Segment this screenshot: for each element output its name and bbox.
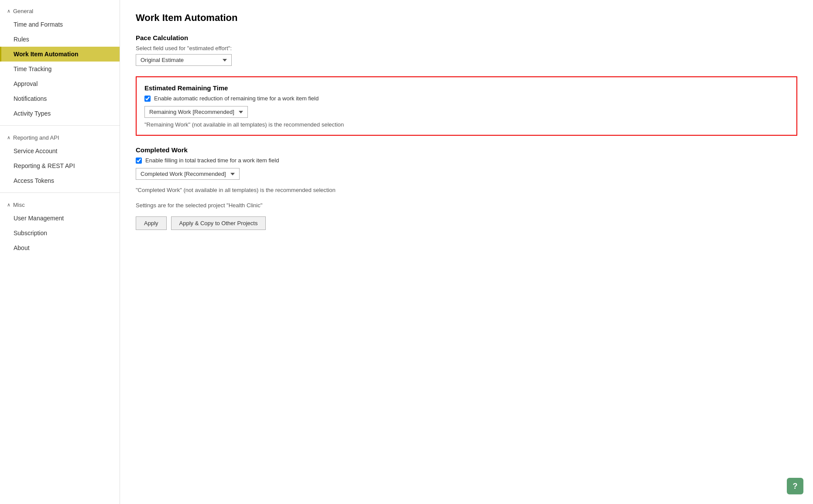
sidebar-item-reporting-rest-api[interactable]: Reporting & REST API	[0, 158, 120, 173]
apply-button[interactable]: Apply	[136, 216, 167, 230]
completed-work-checkbox-row: Enable filling in total tracked time for…	[136, 157, 797, 164]
sidebar-item-time-tracking[interactable]: Time Tracking	[0, 62, 120, 76]
completed-work-title: Completed Work	[136, 146, 797, 154]
sidebar-reporting-label: Reporting and API	[13, 134, 59, 141]
sidebar-item-access-tokens[interactable]: Access Tokens	[0, 173, 120, 188]
pace-calculation-title: Pace Calculation	[136, 34, 797, 41]
page-title: Work Item Automation	[136, 12, 797, 24]
apply-copy-button[interactable]: Apply & Copy to Other Projects	[171, 216, 266, 230]
chevron-up-icon-3: ∧	[7, 202, 10, 208]
chevron-up-icon-2: ∧	[7, 135, 10, 141]
help-icon: ?	[793, 482, 798, 491]
sidebar-item-notifications[interactable]: Notifications	[0, 91, 120, 106]
pace-calculation-label: Select field used for "estimated effort"…	[136, 45, 797, 51]
sidebar-item-activity-types[interactable]: Activity Types	[0, 106, 120, 121]
completed-work-section: Completed Work Enable filling in total t…	[136, 146, 797, 193]
sidebar-general-header: ∧ General	[0, 3, 120, 17]
completed-work-hint: "Completed Work" (not available in all t…	[136, 187, 797, 193]
sidebar-divider-1	[0, 125, 120, 126]
sidebar-item-work-item-automation[interactable]: Work Item Automation	[0, 47, 120, 62]
sidebar-item-time-and-formats[interactable]: Time and Formats	[0, 17, 120, 32]
sidebar-item-service-account[interactable]: Service Account	[0, 144, 120, 158]
sidebar: ∧ General Time and Formats Rules Work It…	[0, 0, 120, 504]
estimated-remaining-hint: "Remaining Work" (not available in all t…	[144, 121, 789, 128]
estimated-remaining-checkbox-label: Enable automatic reduction of remaining …	[154, 95, 319, 102]
pace-calculation-dropdown[interactable]: Original Estimate Story Points Custom Fi…	[136, 54, 232, 66]
sidebar-divider-2	[0, 192, 120, 193]
sidebar-item-user-management[interactable]: User Management	[0, 211, 120, 226]
estimated-remaining-checkbox[interactable]	[144, 96, 151, 102]
sidebar-general-label: General	[13, 8, 33, 14]
main-content: Work Item Automation Pace Calculation Se…	[120, 0, 813, 504]
sidebar-item-rules[interactable]: Rules	[0, 32, 120, 47]
estimated-remaining-title: Estimated Remaining Time	[144, 84, 789, 92]
completed-work-dropdown[interactable]: Completed Work [Recommended] Custom Fiel…	[136, 168, 240, 180]
sidebar-item-subscription[interactable]: Subscription	[0, 226, 120, 240]
sidebar-misc-header: ∧ Misc	[0, 197, 120, 211]
estimated-remaining-checkbox-row: Enable automatic reduction of remaining …	[144, 95, 789, 102]
sidebar-misc-label: Misc	[13, 202, 25, 208]
chevron-up-icon: ∧	[7, 8, 10, 14]
pace-calculation-section: Pace Calculation Select field used for "…	[136, 34, 797, 66]
estimated-remaining-dropdown[interactable]: Remaining Work [Recommended] Custom Fiel…	[144, 106, 248, 118]
estimated-remaining-time-section: Estimated Remaining Time Enable automati…	[136, 76, 797, 136]
help-button[interactable]: ?	[787, 478, 803, 494]
action-buttons: Apply Apply & Copy to Other Projects	[136, 216, 797, 230]
sidebar-reporting-header: ∧ Reporting and API	[0, 130, 120, 144]
project-note: Settings are for the selected project "H…	[136, 202, 797, 209]
completed-work-checkbox[interactable]	[136, 158, 142, 164]
sidebar-item-about[interactable]: About	[0, 240, 120, 255]
completed-work-checkbox-label: Enable filling in total tracked time for…	[145, 157, 279, 164]
sidebar-item-approval[interactable]: Approval	[0, 76, 120, 91]
